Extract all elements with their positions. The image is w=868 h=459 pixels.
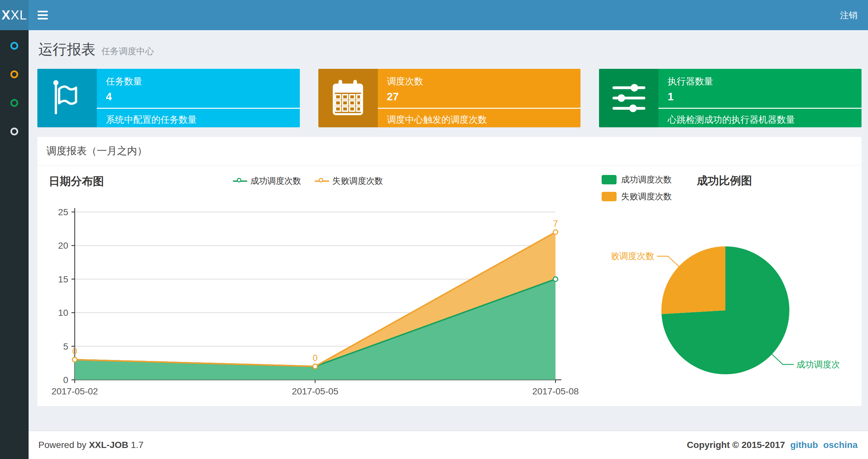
- date-distribution-chart: 05101520252017-05-022017-05-052017-05-08…: [42, 204, 588, 405]
- success-ratio-chart: 成功调度次数失败调度次数: [612, 197, 839, 406]
- svg-text:2017-05-08: 2017-05-08: [532, 386, 579, 396]
- svg-text:2017-05-02: 2017-05-02: [51, 386, 98, 396]
- circle-icon: [10, 99, 18, 107]
- circle-icon: [10, 70, 18, 78]
- copyright-text: Copyright © 2015-2017: [687, 440, 785, 450]
- github-link[interactable]: github: [790, 440, 818, 450]
- svg-text:0: 0: [312, 353, 317, 363]
- powered-version: 1.7: [131, 440, 144, 450]
- sidebar: [0, 30, 29, 459]
- stat-cards-row: 任务数量 4 系统中配置的任务数量: [29, 59, 868, 127]
- sidebar-item-1[interactable]: [0, 32, 29, 60]
- app-logo[interactable]: XXL: [0, 0, 29, 30]
- stat-card-label: 任务数量: [106, 75, 300, 88]
- svg-text:7: 7: [553, 219, 558, 229]
- page-title-text: 运行报表: [38, 40, 95, 59]
- legend-label: 成功调度次数: [250, 175, 301, 187]
- circle-icon: [10, 42, 18, 50]
- powered-prefix: Powered by: [38, 440, 86, 450]
- stat-card-triggers: 调度次数 27 调度中心触发的调度次数: [318, 69, 581, 127]
- svg-text:5: 5: [63, 341, 68, 352]
- legend-label: 失败调度次数: [332, 175, 383, 187]
- divider: [97, 108, 300, 109]
- svg-text:0: 0: [72, 347, 77, 356]
- line-circle-marker-icon: [315, 178, 329, 184]
- stat-card-description: 心跳检测成功的执行器机器数量: [668, 113, 862, 126]
- legend-label: 成功调度次数: [621, 174, 672, 185]
- svg-text:10: 10: [58, 308, 68, 318]
- page-title: 运行报表任务调度中心: [38, 40, 862, 59]
- stat-card-description: 系统中配置的任务数量: [106, 113, 300, 126]
- circle-icon: [10, 128, 18, 135]
- stat-card-executors: 执行器数量 1 心跳检测成功的执行器机器数量: [599, 69, 862, 127]
- report-panel-body: 日期分布图 成功调度次数 失败调度次数 05101520252017-05-02…: [37, 166, 862, 406]
- svg-text:0: 0: [63, 375, 68, 385]
- top-navbar: XXL 注销: [0, 0, 868, 30]
- divider: [378, 108, 581, 109]
- legend-item-success[interactable]: 成功调度次数: [601, 174, 672, 185]
- line-chart-legend: 成功调度次数 失败调度次数: [233, 175, 383, 187]
- pie-chart-title: 成功比例图: [697, 173, 752, 188]
- sidebar-item-2[interactable]: [0, 60, 29, 89]
- app-root: XXL 注销 运行报表任务调度中心: [0, 0, 868, 459]
- svg-text:2017-05-05: 2017-05-05: [292, 386, 338, 396]
- stat-card-description: 调度中心触发的调度次数: [387, 113, 581, 126]
- svg-text:15: 15: [58, 274, 68, 284]
- content-header: 运行报表任务调度中心: [29, 30, 868, 59]
- sliders-icon: [599, 69, 658, 127]
- svg-text:成功调度次数: 成功调度次数: [797, 360, 839, 369]
- legend-item-success[interactable]: 成功调度次数: [233, 175, 301, 187]
- page-subtitle: 任务调度中心: [101, 45, 154, 57]
- logout-link[interactable]: 注销: [840, 9, 858, 21]
- sidebar-item-3[interactable]: [0, 89, 29, 117]
- powered-brand: XXL-JOB: [89, 440, 128, 450]
- stat-card-jobs: 任务数量 4 系统中配置的任务数量: [37, 69, 300, 127]
- main-footer: Powered by XXL-JOB 1.7 Copyright © 2015-…: [29, 431, 868, 459]
- swatch-icon: [601, 175, 617, 185]
- logo-bold-text: X: [2, 8, 11, 23]
- line-chart-title: 日期分布图: [49, 174, 104, 189]
- stat-card-body: 任务数量 4 系统中配置的任务数量: [97, 69, 300, 127]
- svg-text:20: 20: [58, 240, 68, 251]
- main-content: 运行报表任务调度中心 任务数量 4 系统中配置的任务数量: [29, 30, 868, 406]
- logo-rest-text: XL: [10, 8, 27, 23]
- sidebar-toggle-button[interactable]: [38, 5, 57, 25]
- line-circle-marker-icon: [233, 178, 247, 184]
- legend-item-fail[interactable]: 失败调度次数: [315, 175, 383, 187]
- navbar-body: 注销: [29, 0, 868, 30]
- stat-card-body: 调度次数 27 调度中心触发的调度次数: [378, 69, 581, 127]
- svg-text:失败调度次数: 失败调度次数: [612, 251, 654, 261]
- calendar-icon: [318, 69, 378, 127]
- footer-right: Copyright © 2015-2017 github oschina: [687, 440, 858, 450]
- sidebar-item-4[interactable]: [0, 117, 29, 146]
- flag-icon: [37, 69, 97, 127]
- stat-card-label: 执行器数量: [668, 75, 862, 88]
- stat-card-body: 执行器数量 1 心跳检测成功的执行器机器数量: [658, 69, 862, 127]
- svg-text:25: 25: [58, 207, 68, 217]
- report-panel: 调度报表（一月之内） 日期分布图 成功调度次数 失败调度次数 051015202…: [37, 137, 862, 406]
- divider: [658, 108, 862, 109]
- stat-card-label: 调度次数: [387, 75, 581, 88]
- stat-card-value: 4: [106, 91, 300, 103]
- report-panel-title: 调度报表（一月之内）: [37, 137, 862, 166]
- powered-by-text: Powered by XXL-JOB 1.7: [38, 440, 144, 450]
- stat-card-value: 1: [668, 91, 862, 103]
- stat-card-value: 27: [387, 91, 581, 103]
- oschina-link[interactable]: oschina: [823, 440, 858, 450]
- hamburger-icon: [38, 11, 48, 12]
